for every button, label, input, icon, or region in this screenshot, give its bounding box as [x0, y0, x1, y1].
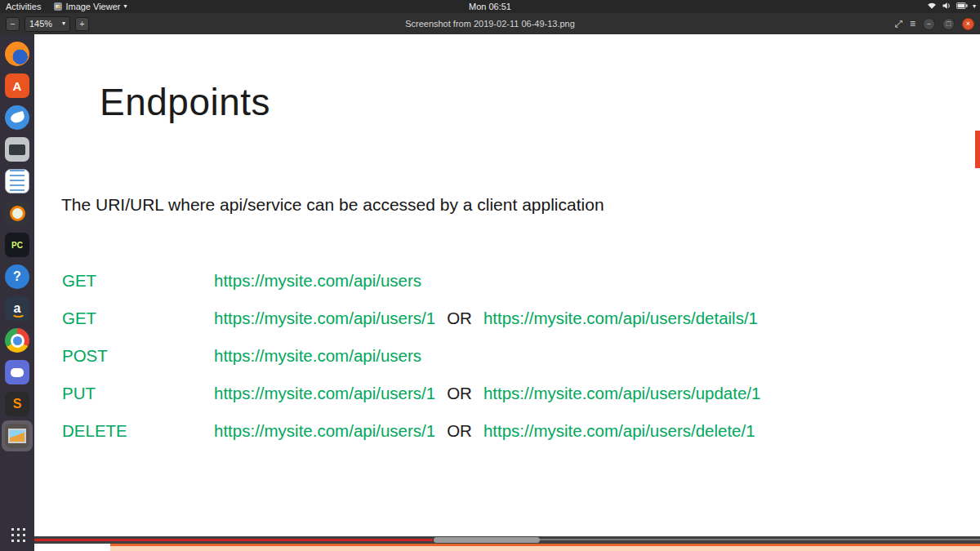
dock-item-chrome[interactable] [2, 325, 33, 356]
endpoint-url: https://mysite.com/api/users/1 [214, 384, 435, 402]
dock-item-media[interactable] [2, 198, 33, 229]
pycharm-icon: PC [5, 233, 29, 257]
zoom-in-button[interactable]: + [75, 17, 89, 31]
scrollbar-handle[interactable] [434, 537, 540, 543]
scroll-position-marker [975, 131, 980, 168]
http-method: GET [62, 309, 214, 327]
endpoint-row: GET https://mysite.com/api/users/1 OR ht… [62, 309, 760, 327]
dock-item-image-viewer[interactable] [2, 420, 33, 451]
thunderbird-icon [5, 105, 29, 130]
minimize-button[interactable]: − [923, 18, 935, 30]
amazon-icon: a [5, 296, 29, 321]
image-viewer-toolbar: − 145% ▾ + Screenshot from 2019-02-11 06… [0, 13, 980, 34]
endpoint-url-alt: https://mysite.com/api/users/details/1 [483, 309, 758, 327]
terminal-icon [5, 137, 29, 162]
app-menu[interactable]: Image Viewer ▾ [54, 2, 127, 11]
http-method: POST [62, 346, 214, 365]
endpoint-url: https://mysite.com/api/users [214, 271, 421, 290]
activities-button[interactable]: Activities [6, 2, 41, 11]
zoom-value: 145% [29, 19, 52, 29]
zoom-out-button[interactable]: − [6, 17, 20, 31]
dock-item-firefox[interactable] [2, 38, 33, 69]
help-icon: ? [5, 264, 29, 289]
dock-item-messenger[interactable] [2, 357, 33, 388]
endpoint-row: GET https://mysite.com/api/users [62, 271, 760, 290]
dock-item-software[interactable]: A [2, 70, 33, 101]
fullscreen-button[interactable]: ⤢ [894, 17, 902, 31]
chevron-down-icon: ▾ [973, 3, 976, 10]
dock-item-pycharm[interactable]: PC [2, 229, 33, 260]
grid-icon [9, 526, 25, 542]
close-button[interactable]: × [962, 18, 974, 30]
http-method: PUT [62, 384, 214, 402]
dock-item-help[interactable]: ? [2, 261, 33, 292]
scrollbar-red-segment [34, 539, 433, 541]
dock-item-writer[interactable] [2, 166, 33, 197]
scrollbar-track-line [539, 539, 980, 540]
dock-item-terminal[interactable] [2, 134, 33, 165]
dock-item-sublime[interactable]: S [2, 389, 33, 420]
menu-button[interactable]: ≡ [910, 17, 915, 31]
chevron-down-icon: ▾ [123, 3, 127, 10]
ubuntu-dock: A PC ? a S [0, 34, 34, 551]
maximize-button[interactable]: □ [942, 18, 955, 30]
sublime-text-icon: S [5, 392, 29, 416]
http-method: GET [62, 271, 214, 290]
clock[interactable]: Mon 06:51 [469, 0, 511, 13]
chat-app-icon [5, 360, 29, 384]
endpoint-url: https://mysite.com/api/users/1 [214, 421, 435, 440]
slide-title: Endpoints [100, 80, 270, 124]
window-title: Screenshot from 2019-02-11 06-49-13.png [0, 19, 980, 29]
app-menu-label: Image Viewer [65, 2, 120, 11]
document-icon [5, 169, 29, 193]
battery-icon [956, 2, 968, 11]
endpoint-url: https://mysite.com/api/users/1 [214, 309, 435, 327]
volume-icon [942, 1, 951, 12]
bottom-strip [34, 544, 980, 551]
system-tray[interactable]: ▾ [927, 0, 976, 13]
chrome-icon [5, 328, 29, 353]
slide-subtitle: The URI/URL where api/service can be acc… [61, 195, 604, 215]
or-label: OR [447, 384, 472, 402]
horizontal-scrollbar[interactable] [34, 536, 980, 544]
wifi-icon [927, 1, 937, 12]
dock-item-thunderbird[interactable] [2, 102, 33, 133]
endpoint-row: POST https://mysite.com/api/users [62, 346, 760, 365]
endpoint-url: https://mysite.com/api/users [214, 346, 421, 365]
image-viewer-canvas: Endpoints The URI/URL where api/service … [34, 34, 980, 551]
endpoint-url-alt: https://mysite.com/api/users/delete/1 [483, 421, 755, 440]
system-top-bar: Activities Image Viewer ▾ Mon 06:51 ▾ [0, 0, 980, 13]
firefox-icon [5, 42, 29, 66]
dock-item-amazon[interactable]: a [2, 293, 33, 324]
endpoint-row: PUT https://mysite.com/api/users/1 OR ht… [62, 384, 760, 402]
endpoints-table: GET https://mysite.com/api/users GET htt… [62, 271, 760, 440]
software-center-icon: A [5, 73, 29, 98]
http-method: DELETE [62, 421, 214, 440]
image-viewer-icon [54, 2, 62, 11]
endpoint-url-alt: https://mysite.com/api/users/update/1 [483, 384, 761, 402]
image-viewer-icon [5, 424, 29, 448]
chevron-down-icon: ▾ [62, 20, 65, 27]
or-label: OR [447, 421, 472, 440]
zoom-level-select[interactable]: 145% ▾ [24, 16, 70, 32]
or-label: OR [447, 309, 472, 327]
endpoint-row: DELETE https://mysite.com/api/users/1 OR… [62, 421, 760, 440]
bottom-orange-bar [110, 544, 980, 551]
media-app-icon [5, 201, 29, 225]
show-applications-button[interactable] [2, 522, 33, 546]
